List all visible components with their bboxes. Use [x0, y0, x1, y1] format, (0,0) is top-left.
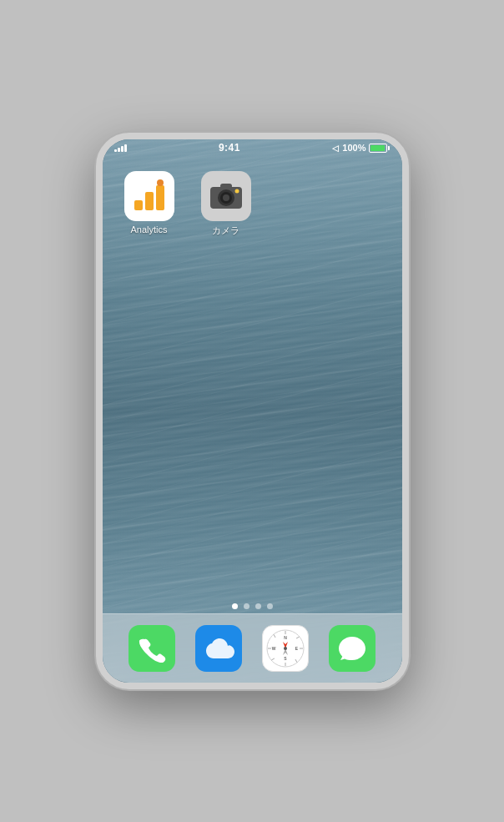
location-icon: ◁ — [332, 144, 339, 153]
camera-app-icon — [201, 171, 251, 221]
safari-dock-icon: N S E W — [262, 625, 309, 672]
phone-dock-icon — [129, 625, 175, 672]
signal-bar-2 — [118, 148, 120, 152]
battery-fill — [370, 145, 384, 151]
battery-body — [369, 144, 387, 153]
svg-rect-0 — [134, 200, 143, 210]
analytics-app-icon — [124, 171, 174, 221]
phone-frame: 9:41 ◁ 100% — [96, 133, 409, 689]
icloud-dock-icon — [195, 625, 242, 672]
status-bar: 9:41 ◁ 100% — [103, 139, 402, 156]
page-dot-4[interactable] — [267, 603, 273, 609]
analytics-icon-svg — [130, 177, 169, 215]
app-item-camera[interactable]: カメラ — [196, 171, 256, 237]
signal-bar-1 — [114, 149, 117, 152]
safari-icon-svg: N S E W — [265, 628, 306, 669]
svg-point-3 — [157, 179, 164, 186]
status-right: ◁ 100% — [332, 143, 390, 153]
svg-rect-8 — [220, 184, 232, 189]
app-grid: Analytics カメラ — [103, 163, 402, 245]
status-time: 9:41 — [219, 142, 240, 154]
messages-icon-svg — [337, 633, 367, 663]
app-item-analytics[interactable]: Analytics — [119, 171, 179, 237]
svg-text:W: W — [272, 646, 276, 651]
svg-point-25 — [284, 647, 287, 650]
camera-icon-svg — [205, 175, 247, 217]
svg-point-7 — [223, 194, 229, 201]
messages-dock-icon — [329, 625, 375, 672]
signal-bar-3 — [121, 146, 123, 152]
dock-item-messages[interactable] — [329, 625, 375, 672]
page-dot-2[interactable] — [244, 603, 249, 609]
signal-bars — [114, 144, 127, 152]
status-left — [114, 144, 127, 152]
page-dot-3[interactable] — [255, 603, 261, 609]
page-dots — [103, 603, 402, 609]
svg-rect-2 — [156, 185, 164, 210]
dock: N S E W — [103, 613, 402, 683]
svg-text:N: N — [284, 635, 287, 640]
battery-tip — [388, 146, 390, 150]
svg-rect-1 — [145, 192, 154, 210]
battery-pct-label: 100% — [342, 143, 365, 153]
phone-icon-svg — [138, 634, 166, 663]
dock-item-safari[interactable]: N S E W — [262, 625, 309, 672]
dock-item-phone[interactable] — [129, 625, 175, 672]
icloud-icon-svg — [203, 634, 234, 663]
battery-icon — [369, 144, 390, 153]
dock-item-icloud[interactable] — [195, 625, 242, 672]
analytics-app-label: Analytics — [130, 224, 167, 234]
svg-point-9 — [234, 189, 239, 194]
camera-app-label: カメラ — [212, 224, 239, 237]
signal-bar-4 — [124, 144, 127, 152]
page-dot-1[interactable] — [232, 603, 238, 609]
